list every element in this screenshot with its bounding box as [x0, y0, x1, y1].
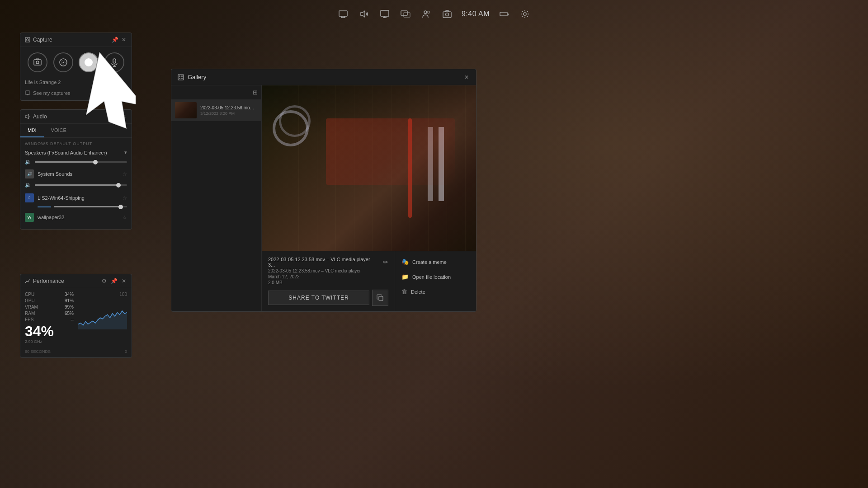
- tab-voice[interactable]: VOICE: [44, 124, 74, 137]
- svg-rect-35: [181, 75, 183, 77]
- screenshot-btn[interactable]: [28, 52, 47, 72]
- app-vol-track-lis2[interactable]: [54, 206, 127, 207]
- perf-pin-btn[interactable]: 📌: [111, 278, 117, 284]
- perf-stat-cpu: CPU 34%: [25, 292, 74, 297]
- delete-icon: 🗑: [401, 288, 407, 295]
- perf-right-label: 0: [125, 349, 127, 354]
- lis2-divider: [38, 206, 51, 207]
- perf-stat-gpu: GPU 91%: [25, 298, 74, 303]
- audio-device-expand[interactable]: ▾: [124, 150, 127, 155]
- app-row-wallpaper: W wallpaper32 ☆: [20, 210, 132, 225]
- action-delete[interactable]: 🗑 Delete: [401, 287, 470, 296]
- thumb-info: 2022-03-05 12.23.58.mov - ... 3/12/2022 …: [200, 105, 258, 116]
- perf-label-vram: VRAM: [25, 305, 38, 310]
- app-vol-thumb-lis2[interactable]: [118, 205, 123, 209]
- app-row-system-sounds: 🔊 System Sounds ☆: [20, 167, 132, 181]
- gallery-main: 2022-03-05 12.23.58.mov – VLC media play…: [262, 85, 476, 311]
- svg-rect-17: [25, 38, 30, 42]
- taskbar-icon-battery[interactable]: [498, 8, 510, 20]
- gallery-thumb-item[interactable]: 2022-03-05 12.23.58.mov - ... 3/12/2022 …: [171, 99, 261, 121]
- gallery-title: Gallery: [178, 74, 206, 80]
- copy-btn[interactable]: [372, 290, 388, 306]
- taskbar-icon-display2[interactable]: [399, 8, 412, 20]
- app-vol-track-system[interactable]: [35, 184, 127, 186]
- app-fav-wallpaper[interactable]: ☆: [123, 215, 127, 221]
- svg-rect-19: [34, 60, 41, 65]
- see-captures-btn[interactable]: See my captures: [20, 89, 132, 100]
- clips-btn[interactable]: [53, 52, 73, 72]
- capture-panel-controls: 📌 ✕: [112, 37, 127, 43]
- gallery-panel: Gallery ✕ ⊞ 2022-03-05 12.23.58.mov - ..…: [171, 69, 476, 312]
- app-name-lis2: LIS2-Win64-Shipping: [38, 195, 119, 201]
- perf-body: CPU 34% GPU 91% VRAM 99% RAM 65% FPS -- …: [20, 288, 132, 347]
- svg-rect-34: [179, 75, 180, 77]
- svg-rect-8: [401, 11, 407, 15]
- capture-panel-header: Capture 📌 ✕: [20, 33, 132, 47]
- perf-label-ram: RAM: [25, 311, 35, 316]
- taskbar-icon-volume[interactable]: [358, 8, 370, 20]
- capture-close-btn[interactable]: ✕: [121, 37, 127, 43]
- gallery-close-btn[interactable]: ✕: [463, 74, 470, 80]
- action-create-meme[interactable]: 🎭 Create a meme: [401, 258, 470, 266]
- mic-btn[interactable]: [104, 52, 124, 72]
- capture-pin-btn[interactable]: 📌: [112, 37, 118, 43]
- edit-title-btn[interactable]: ✏: [383, 258, 388, 266]
- app-icon-wallpaper: W: [25, 213, 34, 222]
- audio-close-btn[interactable]: ✕: [121, 113, 127, 120]
- pc-fan2-component: [279, 105, 311, 137]
- taskbar-icon-users[interactable]: [420, 8, 433, 20]
- taskbar-icon-display[interactable]: [337, 8, 349, 20]
- capture-title-text: Capture: [33, 37, 52, 43]
- meme-icon: 🎭: [401, 258, 409, 265]
- share-twitter-btn[interactable]: SHARE TO TWITTER: [268, 291, 369, 305]
- svg-rect-33: [178, 75, 184, 80]
- perf-chart-svg: [78, 298, 127, 329]
- main-volume-icon: 🔉: [25, 159, 32, 165]
- svg-point-23: [62, 62, 64, 63]
- perf-sub-label: 2.90 GHz: [25, 339, 74, 344]
- taskbar-icon-settings[interactable]: [519, 8, 531, 20]
- perf-big-number: 34%: [25, 324, 74, 338]
- taskbar-icon-camera[interactable]: [441, 8, 453, 20]
- perf-val-gpu: 91%: [65, 298, 74, 303]
- perf-settings-btn[interactable]: ⚙: [101, 278, 107, 284]
- perf-header: Performance ⚙ 📌 ✕: [20, 274, 132, 288]
- gallery-actions: SHARE TO TWITTER: [268, 290, 388, 306]
- perf-title: Performance: [25, 278, 64, 284]
- svg-rect-14: [500, 12, 507, 16]
- perf-stat-vram: VRAM 99%: [25, 305, 74, 310]
- perf-val-cpu: 34%: [65, 292, 74, 297]
- taskbar-icon-monitor[interactable]: [378, 8, 391, 20]
- perf-close-btn[interactable]: ✕: [121, 278, 127, 284]
- main-volume-fill: [35, 161, 95, 163]
- main-volume-thumb[interactable]: [93, 160, 98, 164]
- svg-rect-9: [404, 13, 410, 17]
- game-label: Life is Strange 2: [20, 78, 132, 89]
- file-size: 2.0 MB: [268, 280, 388, 285]
- file-date: March 12, 2022: [268, 274, 388, 279]
- svg-rect-37: [181, 78, 183, 79]
- perf-stats-list: CPU 34% GPU 91% VRAM 99% RAM 65% FPS -- …: [25, 292, 74, 344]
- app-row-lis2: 2 LIS2-Win64-Shipping ☆: [20, 191, 132, 205]
- gallery-sidebar-top: ⊞: [171, 89, 261, 99]
- tab-mix[interactable]: MIX: [20, 124, 44, 137]
- app-vol-lis2: [20, 205, 132, 210]
- capture-panel: Capture 📌 ✕: [20, 33, 132, 101]
- file-subtitle: 2022-03-05 12.23.58.mov – VLC media play…: [268, 268, 388, 273]
- gallery-view-btn[interactable]: ⊞: [253, 89, 258, 96]
- thumb-filename: 2022-03-05 12.23.58.mov - ...: [200, 105, 255, 110]
- preview-image: [262, 85, 476, 251]
- app-icon-system: 🔊: [25, 169, 34, 178]
- perf-chart: 100: [78, 292, 127, 324]
- audio-device-name: Speakers (FxSound Audio Enhancer): [25, 150, 107, 155]
- app-fav-lis2[interactable]: ☆: [123, 195, 127, 201]
- gallery-right-actions: 🎭 Create a meme 📁 Open file location 🗑 D…: [395, 251, 476, 311]
- svg-rect-36: [179, 78, 180, 79]
- capture-panel-title: Capture: [25, 37, 52, 43]
- app-vol-thumb-system[interactable]: [116, 183, 121, 188]
- app-fav-system[interactable]: ☆: [123, 171, 127, 177]
- main-volume-row: 🔉: [20, 157, 132, 167]
- main-volume-track[interactable]: [35, 161, 127, 163]
- action-open-file[interactable]: 📁 Open file location: [401, 272, 470, 281]
- record-btn[interactable]: [79, 52, 99, 72]
